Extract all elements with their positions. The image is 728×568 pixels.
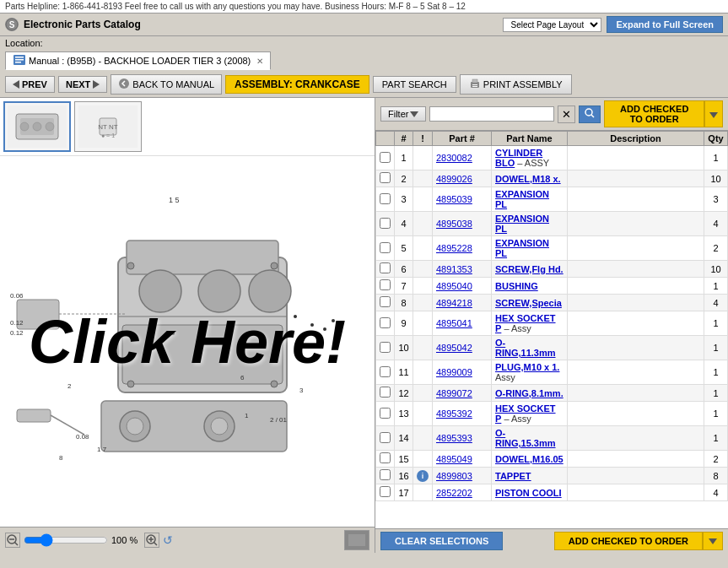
part-number-link[interactable]: 4895041 xyxy=(436,318,472,328)
row-part-number[interactable]: 4899072 xyxy=(433,385,492,402)
filter-clear-button[interactable]: ✕ xyxy=(558,105,575,123)
part-name-link[interactable]: O-RING,15.3mm xyxy=(495,428,556,448)
row-part-number[interactable]: 4899026 xyxy=(433,170,492,187)
info-icon[interactable]: i xyxy=(417,470,429,482)
row-part-number[interactable]: 4899803 xyxy=(433,468,492,484)
part-name-link[interactable]: TAPPET xyxy=(495,471,531,481)
part-number-link[interactable]: 2852202 xyxy=(436,488,472,498)
part-number-link[interactable]: 4895392 xyxy=(436,408,472,419)
part-number-link[interactable]: 4899072 xyxy=(436,388,472,398)
add-order-bottom-dropdown[interactable] xyxy=(703,532,723,550)
row-part-number[interactable]: 4895039 xyxy=(433,187,492,212)
row-part-name[interactable]: O-RING,8.1mm. xyxy=(492,385,568,402)
part-number-link[interactable]: 4895049 xyxy=(436,454,472,464)
row-part-number[interactable]: 4895228 xyxy=(433,236,492,261)
row-part-number[interactable]: 4895041 xyxy=(433,311,492,336)
row-part-name[interactable]: O-RING,15.3mm xyxy=(492,426,568,451)
zoom-out-button[interactable] xyxy=(5,533,20,548)
row-checkbox[interactable] xyxy=(380,408,391,419)
part-number-link[interactable]: 4895393 xyxy=(436,433,472,443)
part-number-link[interactable]: 4894218 xyxy=(436,298,472,308)
part-search-button[interactable]: PART SEARCH xyxy=(373,76,456,93)
part-number-link[interactable]: 4899009 xyxy=(436,367,472,377)
row-part-name[interactable]: HEX SOCKET P – Assy xyxy=(492,311,568,336)
part-name-link[interactable]: PLUG,M10 x 1. xyxy=(495,362,559,372)
row-part-number[interactable]: 4895392 xyxy=(433,402,492,426)
row-part-number[interactable]: 4895038 xyxy=(433,212,492,236)
part-name-link[interactable]: EXPANSION PL xyxy=(495,214,549,234)
part-name-link[interactable]: DOWEL,M18 x. xyxy=(495,174,561,184)
part-number-link[interactable]: 2830082 xyxy=(436,153,472,163)
row-checkbox[interactable] xyxy=(380,387,391,398)
part-name-link[interactable]: O-RING,8.1mm. xyxy=(495,388,564,398)
row-part-number[interactable]: 4891353 xyxy=(433,261,492,278)
page-layout-select[interactable]: Select Page Layout xyxy=(503,18,601,32)
row-checkbox[interactable] xyxy=(380,366,391,377)
row-part-name[interactable]: DOWEL,M16.05 xyxy=(492,451,568,468)
row-part-number[interactable]: 4894218 xyxy=(433,295,492,311)
part-name-link[interactable]: EXPANSION PL xyxy=(495,238,549,258)
row-part-number[interactable]: 4895393 xyxy=(433,426,492,451)
row-checkbox[interactable] xyxy=(380,486,391,497)
back-to-manual-button[interactable]: BACK TO MANUAL xyxy=(111,74,222,95)
part-name-link[interactable]: O-RING,11.3mm xyxy=(495,338,556,358)
part-name-link[interactable]: BUSHING xyxy=(495,281,538,291)
tab-close-icon[interactable]: ✕ xyxy=(256,57,263,66)
part-name-link[interactable]: PISTON COOLI xyxy=(495,488,562,498)
row-part-number[interactable]: 4895042 xyxy=(433,336,492,360)
map-thumbnail[interactable] xyxy=(344,530,369,550)
row-part-name[interactable]: O-RING,11.3mm xyxy=(492,336,568,360)
add-checked-to-order-button[interactable]: ADD CHECKED TO ORDER xyxy=(604,100,704,127)
row-part-name[interactable]: PLUG,M10 x 1. Assy xyxy=(492,360,568,385)
row-part-name[interactable]: EXPANSION PL xyxy=(492,187,568,212)
clear-selections-button[interactable]: CLEAR SELECTIONS xyxy=(380,532,503,550)
row-part-name[interactable]: EXPANSION PL xyxy=(492,212,568,236)
expand-button[interactable]: Expand to Full Screen xyxy=(607,16,723,33)
zoom-slider[interactable] xyxy=(24,533,108,547)
row-checkbox[interactable] xyxy=(380,452,391,463)
row-checkbox[interactable] xyxy=(380,172,391,183)
row-part-number[interactable]: 4895040 xyxy=(433,278,492,295)
prev-button[interactable]: PREV xyxy=(5,76,55,93)
row-checkbox[interactable] xyxy=(380,262,391,273)
part-number-link[interactable]: 4895038 xyxy=(436,219,472,229)
filter-input[interactable] xyxy=(429,106,554,122)
row-part-name[interactable]: HEX SOCKET P – Assy xyxy=(492,402,568,426)
print-button[interactable]: PRINT ASSEMBLY xyxy=(460,74,572,95)
row-checkbox[interactable] xyxy=(380,469,391,480)
zoom-in-button[interactable] xyxy=(144,533,159,548)
row-part-name[interactable]: TAPPET xyxy=(492,468,568,484)
part-number-link[interactable]: 4899803 xyxy=(436,471,472,481)
part-number-link[interactable]: 4895228 xyxy=(436,243,472,253)
row-checkbox[interactable] xyxy=(380,193,391,204)
row-checkbox[interactable] xyxy=(380,342,391,353)
row-part-number[interactable]: 4899009 xyxy=(433,360,492,385)
thumbnail-1[interactable] xyxy=(3,101,71,152)
part-number-link[interactable]: 4891353 xyxy=(436,264,472,274)
row-part-number[interactable]: 4895049 xyxy=(433,451,492,468)
row-checkbox[interactable] xyxy=(380,242,391,253)
row-checkbox[interactable] xyxy=(380,296,391,307)
filter-button[interactable]: Filter xyxy=(380,106,426,122)
refresh-icon[interactable]: ↺ xyxy=(163,533,173,547)
next-button[interactable]: NEXT xyxy=(58,76,107,93)
row-part-name[interactable]: SCREW,Flg Hd. xyxy=(492,261,568,278)
part-name-link[interactable]: SCREW,Specia xyxy=(495,298,562,308)
part-number-link[interactable]: 4895042 xyxy=(436,343,472,353)
row-part-name[interactable]: EXPANSION PL xyxy=(492,236,568,261)
row-checkbox[interactable] xyxy=(380,279,391,290)
row-checkbox[interactable] xyxy=(380,432,391,443)
row-checkbox[interactable] xyxy=(380,218,391,229)
row-checkbox[interactable] xyxy=(380,152,391,163)
row-part-number[interactable]: 2852202 xyxy=(433,484,492,501)
row-part-name[interactable]: PISTON COOLI xyxy=(492,484,568,501)
part-name-link[interactable]: SCREW,Flg Hd. xyxy=(495,264,564,274)
manual-tab[interactable]: Manual : (B95B) - BACKHOE LOADER TIER 3 … xyxy=(5,51,271,70)
add-checked-to-order-bottom-button[interactable]: ADD CHECKED TO ORDER xyxy=(554,532,703,550)
row-part-name[interactable]: SCREW,Specia xyxy=(492,295,568,311)
row-part-name[interactable]: DOWEL,M18 x. xyxy=(492,170,568,187)
part-name-link[interactable]: EXPANSION PL xyxy=(495,189,549,209)
row-part-number[interactable]: 2830082 xyxy=(433,146,492,170)
part-name-link[interactable]: DOWEL,M16.05 xyxy=(495,454,564,464)
part-number-link[interactable]: 4895039 xyxy=(436,194,472,204)
